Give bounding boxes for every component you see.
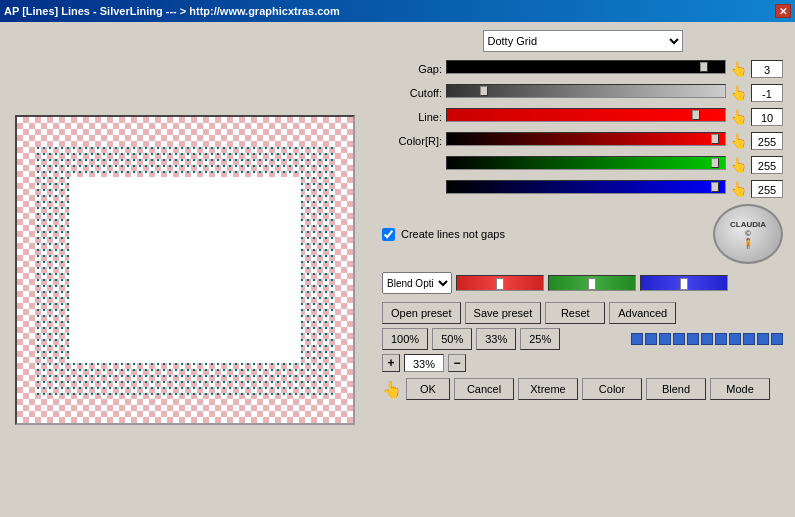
page-dot-4 bbox=[673, 333, 685, 345]
cutoff-slider-container bbox=[446, 84, 726, 102]
line-thumb[interactable] bbox=[692, 110, 700, 120]
zoom-value: 33% bbox=[404, 354, 444, 372]
colorR-thumb[interactable] bbox=[711, 134, 719, 144]
page-dot-10 bbox=[757, 333, 769, 345]
mode-button[interactable]: Mode bbox=[710, 378, 770, 400]
color-button[interactable]: Color bbox=[582, 378, 642, 400]
preset-dropdown[interactable]: Dotty Grid Lines Dots Grid bbox=[483, 30, 683, 52]
bottom-buttons-row: 👆 OK Cancel Xtreme Color Blend Mode bbox=[382, 378, 783, 400]
colorB-track bbox=[446, 180, 726, 194]
page-dot-5 bbox=[687, 333, 699, 345]
logo-subtext: © bbox=[745, 229, 751, 238]
blend-blue-thumb[interactable] bbox=[680, 278, 688, 290]
percent-buttons: 100% 50% 33% 25% bbox=[382, 328, 560, 350]
colorR-arrow: 👆 bbox=[730, 133, 747, 149]
cutoff-value[interactable]: -1 bbox=[751, 84, 783, 102]
colorB-slider-container bbox=[446, 180, 726, 198]
title-bar: AP [Lines] Lines - SilverLining --- > ht… bbox=[0, 0, 795, 22]
gap-thumb[interactable] bbox=[700, 62, 708, 72]
page-dot-6 bbox=[701, 333, 713, 345]
page-dot-7 bbox=[715, 333, 727, 345]
page-dots bbox=[631, 333, 783, 345]
percent-zoom-row: 100% 50% 33% 25% bbox=[382, 328, 783, 350]
open-preset-button[interactable]: Open preset bbox=[382, 302, 461, 324]
zoom-plus-button[interactable]: + bbox=[382, 354, 400, 372]
checkbox-label: Create lines not gaps bbox=[401, 228, 505, 240]
cutoff-track bbox=[446, 84, 726, 98]
blend-section: Blend Opti▼ bbox=[382, 272, 783, 294]
hand-pointer-icon: 👆 bbox=[382, 380, 402, 399]
ok-button[interactable]: OK bbox=[406, 378, 450, 400]
page-dot-3 bbox=[659, 333, 671, 345]
colorG-thumb[interactable] bbox=[711, 158, 719, 168]
blend-green-slider[interactable] bbox=[548, 275, 636, 291]
colorG-value[interactable]: 255 bbox=[751, 156, 783, 174]
advanced-button[interactable]: Advanced bbox=[609, 302, 676, 324]
percent-33-button[interactable]: 33% bbox=[476, 328, 516, 350]
cutoff-slider-row: Cutoff: 👆 -1 bbox=[382, 84, 783, 102]
right-panel: Dotty Grid Lines Dots Grid Gap: 👆 3 Cuto… bbox=[370, 22, 795, 517]
percent-100-button[interactable]: 100% bbox=[382, 328, 428, 350]
blend-button[interactable]: Blend bbox=[646, 378, 706, 400]
line-arrow: 👆 bbox=[730, 109, 747, 125]
colorR-slider-row: Color[R]: 👆 255 bbox=[382, 132, 783, 150]
colorB-value[interactable]: 255 bbox=[751, 180, 783, 198]
zoom-row: + 33% − bbox=[382, 354, 783, 372]
gap-track bbox=[446, 60, 726, 74]
checkbox-row: Create lines not gaps bbox=[382, 228, 505, 241]
blend-red-slider[interactable] bbox=[456, 275, 544, 291]
logo-text: CLAUDIA bbox=[730, 220, 766, 229]
colorG-track bbox=[446, 156, 726, 170]
colorR-slider-container bbox=[446, 132, 726, 150]
title-text: AP [Lines] Lines - SilverLining --- > ht… bbox=[4, 5, 340, 17]
save-preset-button[interactable]: Save preset bbox=[465, 302, 542, 324]
line-value[interactable]: 10 bbox=[751, 108, 783, 126]
line-track bbox=[446, 108, 726, 122]
logo-circle: CLAUDIA © 🧍 bbox=[713, 204, 783, 264]
main-buttons-row: Open preset Save preset Reset Advanced bbox=[382, 302, 783, 324]
logo-figure: 🧍 bbox=[742, 238, 754, 249]
line-slider-container bbox=[446, 108, 726, 126]
colorR-value[interactable]: 255 bbox=[751, 132, 783, 150]
close-button[interactable]: ✕ bbox=[775, 4, 791, 18]
left-panel bbox=[0, 22, 370, 517]
preview-canvas bbox=[15, 115, 355, 425]
colorB-thumb[interactable] bbox=[711, 182, 719, 192]
blend-green-thumb[interactable] bbox=[588, 278, 596, 290]
percent-25-button[interactable]: 25% bbox=[520, 328, 560, 350]
gap-slider-container bbox=[446, 60, 726, 78]
blend-blue-slider[interactable] bbox=[640, 275, 728, 291]
create-lines-checkbox[interactable] bbox=[382, 228, 395, 241]
gap-slider-row: Gap: 👆 3 bbox=[382, 60, 783, 78]
colorG-arrow: 👆 bbox=[730, 157, 747, 173]
xtreme-button[interactable]: Xtreme bbox=[518, 378, 578, 400]
gap-label: Gap: bbox=[382, 63, 442, 75]
colorB-arrow: 👆 bbox=[730, 181, 747, 197]
cutoff-label: Cutoff: bbox=[382, 87, 442, 99]
gap-arrow: 👆 bbox=[730, 61, 747, 77]
cutoff-thumb[interactable] bbox=[480, 86, 488, 96]
page-dot-11 bbox=[771, 333, 783, 345]
colorG-slider-row: 👆 255 bbox=[382, 156, 783, 174]
page-dot-2 bbox=[645, 333, 657, 345]
page-dot-9 bbox=[743, 333, 755, 345]
blend-red-thumb[interactable] bbox=[496, 278, 504, 290]
preset-row: Dotty Grid Lines Dots Grid bbox=[382, 30, 783, 52]
reset-button[interactable]: Reset bbox=[545, 302, 605, 324]
page-dot-1 bbox=[631, 333, 643, 345]
zoom-minus-button[interactable]: − bbox=[448, 354, 466, 372]
line-slider-row: Line: 👆 10 bbox=[382, 108, 783, 126]
colorG-slider-container bbox=[446, 156, 726, 174]
checkbox-logo-row: Create lines not gaps CLAUDIA © 🧍 bbox=[382, 204, 783, 264]
cancel-button[interactable]: Cancel bbox=[454, 378, 514, 400]
inner-white-area bbox=[69, 177, 301, 363]
cutoff-arrow: 👆 bbox=[730, 85, 747, 101]
blend-options-dropdown[interactable]: Blend Opti▼ bbox=[382, 272, 452, 294]
colorR-label: Color[R]: bbox=[382, 135, 442, 147]
percent-50-button[interactable]: 50% bbox=[432, 328, 472, 350]
colorR-track bbox=[446, 132, 726, 146]
gap-value[interactable]: 3 bbox=[751, 60, 783, 78]
page-dot-8 bbox=[729, 333, 741, 345]
colorB-slider-row: 👆 255 bbox=[382, 180, 783, 198]
line-label: Line: bbox=[382, 111, 442, 123]
